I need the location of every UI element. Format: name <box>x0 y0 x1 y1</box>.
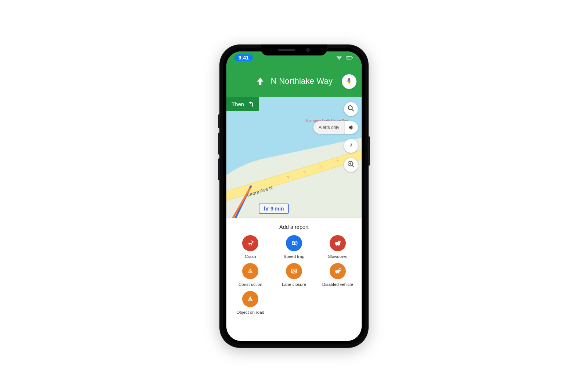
next-turn-chip[interactable]: Then <box>226 97 259 111</box>
mute-switch <box>218 114 220 128</box>
report-label: Lane closure <box>282 282 306 287</box>
power-button <box>368 136 370 166</box>
compass-icon <box>347 141 355 151</box>
direction-arrow-icon <box>255 76 265 86</box>
battery-icon <box>345 55 354 60</box>
volume-down <box>218 158 220 180</box>
slowdown-icon <box>330 235 346 251</box>
crash-icon <box>242 235 258 251</box>
report-slowdown[interactable]: Slowdown <box>316 235 359 259</box>
microphone-icon <box>345 77 353 86</box>
disabled-vehicle-icon <box>330 263 346 279</box>
add-report-sheet: Add a report CrashSpeed trapSlowdownCons… <box>226 218 362 341</box>
sheet-title: Add a report <box>226 218 362 232</box>
report-label: Slowdown <box>328 254 347 259</box>
device-notch <box>261 44 327 55</box>
report-construction[interactable]: Construction <box>229 263 272 287</box>
sound-mode-button[interactable]: Alerts only <box>313 121 358 134</box>
report-lane-closure[interactable]: Lane closure <box>272 263 316 287</box>
report-label: Crash <box>245 254 256 259</box>
compass-button[interactable] <box>344 139 358 153</box>
voice-search-button[interactable] <box>342 74 356 89</box>
report-disabled-vehicle[interactable]: Disabled vehicle <box>316 263 359 287</box>
report-label: Object on road <box>237 310 264 314</box>
phone-frame: 9:41 N Northlake Way <box>219 44 369 348</box>
then-label: Then <box>232 101 244 107</box>
report-object-on-road[interactable]: Object on road <box>229 291 272 314</box>
eta-chip[interactable]: hr 9 min <box>259 204 289 214</box>
report-crash[interactable]: Crash <box>229 235 272 259</box>
wifi-icon <box>336 55 343 60</box>
zoom-button[interactable] <box>344 158 358 172</box>
speed-trap-icon <box>286 235 302 251</box>
current-road-name: N Northlake Way <box>271 76 333 86</box>
report-speed-trap[interactable]: Speed trap <box>272 235 316 259</box>
screen: 9:41 N Northlake Way <box>226 51 362 341</box>
search-icon <box>347 104 355 114</box>
search-button[interactable] <box>344 102 358 116</box>
front-camera <box>306 48 310 52</box>
construction-icon <box>242 263 258 279</box>
report-label: Disabled vehicle <box>322 282 353 287</box>
sound-mode-label: Alerts only <box>313 121 345 134</box>
report-label: Construction <box>239 282 262 287</box>
object-on-road-icon <box>242 291 258 307</box>
lane-closure-icon <box>286 263 302 279</box>
sound-alert-icon <box>345 124 358 131</box>
zoom-in-icon <box>347 160 355 170</box>
volume-up <box>218 133 220 155</box>
status-time: 9:41 <box>234 54 253 61</box>
speaker-grille <box>278 49 295 51</box>
report-grid: CrashSpeed trapSlowdownConstructionLane … <box>226 232 362 317</box>
turn-left-icon <box>247 100 254 108</box>
map-controls: Alerts only <box>313 102 358 172</box>
report-label: Speed trap <box>284 254 304 259</box>
